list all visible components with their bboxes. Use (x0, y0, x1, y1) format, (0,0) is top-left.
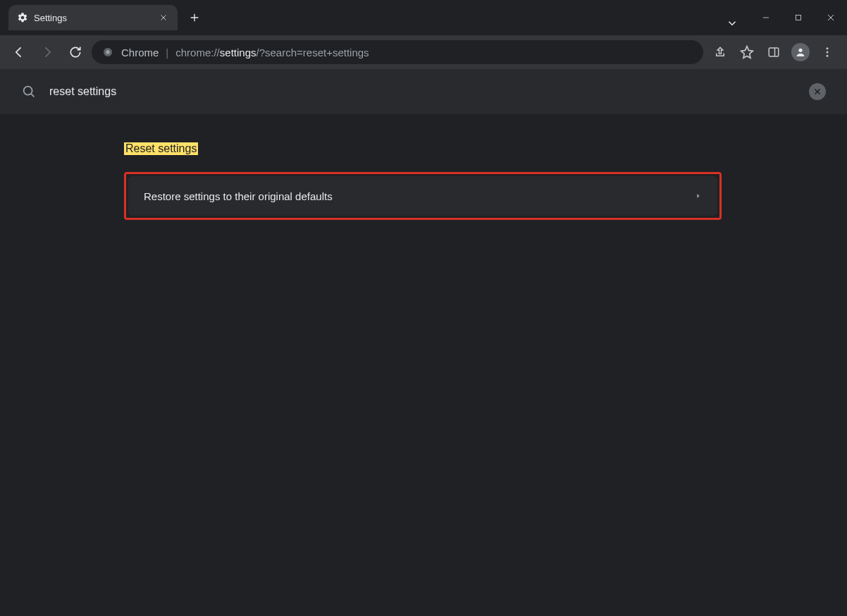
bookmark-icon[interactable] (734, 39, 760, 65)
settings-search-bar (0, 69, 847, 114)
tab-strip: Settings (0, 0, 720, 35)
close-window-button[interactable] (815, 6, 847, 30)
search-icon (21, 84, 37, 99)
kebab-menu-icon[interactable] (815, 39, 840, 65)
svg-point-7 (827, 55, 829, 57)
window-controls (750, 0, 847, 35)
profile-button[interactable] (788, 39, 813, 65)
annotation-highlight: Restore settings to their original defau… (124, 172, 722, 220)
browser-toolbar: Chrome | chrome://settings/?search=reset… (0, 35, 847, 69)
omnibox-origin: Chrome (121, 47, 159, 58)
omnibox[interactable]: Chrome | chrome://settings/?search=reset… (92, 40, 703, 64)
svg-point-8 (24, 87, 32, 95)
minimize-button[interactable] (750, 6, 782, 30)
avatar-icon (791, 43, 810, 61)
forward-button[interactable] (35, 40, 59, 64)
svg-point-6 (827, 51, 829, 54)
url-path-bold: settings (220, 47, 256, 58)
url-prefix: chrome:// (175, 47, 220, 58)
chrome-icon (101, 46, 114, 58)
svg-point-4 (798, 49, 802, 52)
settings-search-input[interactable] (49, 85, 796, 98)
browser-tab-settings[interactable]: Settings (8, 5, 178, 30)
svg-point-5 (827, 47, 829, 49)
section-title-reset-settings: Reset settings (124, 142, 198, 155)
svg-rect-0 (796, 16, 801, 20)
tab-title: Settings (34, 13, 152, 23)
new-tab-button[interactable] (185, 8, 204, 27)
toolbar-actions (707, 39, 840, 65)
clear-search-button[interactable] (809, 83, 826, 100)
tab-search-button[interactable] (720, 11, 744, 35)
gear-icon (17, 12, 28, 23)
svg-rect-3 (769, 48, 779, 56)
window-titlebar: Settings (0, 0, 847, 35)
svg-point-2 (106, 50, 109, 54)
settings-content: Reset settings Restore settings to their… (0, 114, 847, 616)
close-tab-icon[interactable] (158, 12, 169, 23)
reload-button[interactable] (63, 40, 87, 64)
back-button[interactable] (7, 40, 31, 64)
omnibox-url: chrome://settings/?search=reset+settings (175, 47, 369, 58)
side-panel-icon[interactable] (761, 39, 786, 65)
maximize-button[interactable] (782, 6, 815, 30)
chevron-right-icon (695, 192, 702, 199)
share-icon[interactable] (707, 39, 733, 65)
restore-defaults-row[interactable]: Restore settings to their original defau… (128, 176, 717, 216)
restore-defaults-label: Restore settings to their original defau… (144, 190, 333, 202)
omnibox-separator: | (166, 47, 168, 58)
url-suffix: /?search=reset+settings (256, 47, 369, 58)
